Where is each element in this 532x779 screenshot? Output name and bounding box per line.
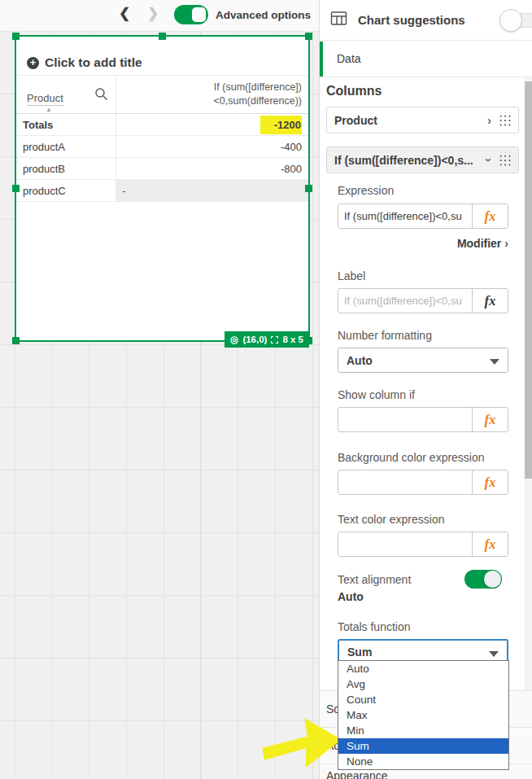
number-formatting-select[interactable]: Auto [338,348,508,373]
badge-coords: (16,0) [242,335,267,344]
resize-handle[interactable] [12,337,20,344]
chart-suggestions-toggle[interactable] [500,13,532,28]
column-header-measure[interactable]: If (sum([difference]) <0,sum(difference)… [116,76,308,114]
expression-properties: Expression fx Modifier› Label fx Number … [338,173,508,664]
size-icon [271,336,278,344]
cell-product[interactable]: productC [16,180,116,202]
totals-value: -1200 [116,114,308,136]
cell-value[interactable]: -400 [116,136,308,158]
scrollbar-track[interactable] [525,77,532,690]
text-alignment-value: Auto [338,590,508,603]
add-title-button[interactable]: + Click to add title [16,37,308,75]
tab-data[interactable]: Data [320,41,532,77]
table-visualization[interactable]: + Click to add title Product ▲ If (sum([… [15,35,310,342]
selection-position-badge: ◎ (16,0) 8 x 5 [225,331,309,348]
chart-suggestions-header: Chart suggestions [320,0,532,41]
number-formatting-label: Number formatting [338,329,508,342]
expression-input-group: fx [338,204,508,229]
properties-panel: Chart suggestions Data Columns Product ›… [319,0,532,779]
text-alignment-label: Text alignment [338,573,411,586]
background-color-input[interactable] [338,470,472,494]
dropdown-option-selected[interactable]: Sum [338,738,508,754]
background-color-label: Background color expression [338,451,508,464]
column-header-product[interactable]: Product ▲ [16,76,116,114]
modifier-link[interactable]: Modifier› [338,237,508,250]
sort-ascending-icon: ▲ [46,106,52,113]
measure-header-line2: <0,sum(difference)) [123,94,303,108]
forward-icon[interactable]: ❯ [147,5,159,22]
label-input[interactable] [338,289,472,313]
column-item-label: Product [334,114,377,127]
fx-text-color-button[interactable]: fx [472,532,508,556]
fx-background-color-button[interactable]: fx [472,470,508,494]
totals-function-dropdown: Auto Avg Count Max Min Sum None [338,660,509,770]
back-icon[interactable]: ❮ [119,5,130,22]
tab-data-label: Data [320,52,361,65]
toggle-knob [192,7,206,22]
resize-handle[interactable] [159,33,166,40]
dropdown-option[interactable]: None [338,754,508,769]
table-header-row: Product ▲ If (sum([difference]) <0,sum(d… [16,76,308,114]
toggle-knob [499,9,522,32]
totals-label: Totals [16,114,116,136]
label-input-group: fx [338,288,508,313]
dropdown-option[interactable]: Auto [338,661,508,676]
select-value: Auto [347,354,373,367]
chevron-right-icon: › [487,113,491,127]
totals-function-label: Totals function [338,620,508,633]
cell-value-null[interactable]: - [116,180,308,202]
column-header-label: Product [27,92,63,106]
yellow-highlight: -1200 [260,116,302,134]
dropdown-option[interactable]: Count [338,692,508,707]
totals-row: Totals -1200 [16,114,308,136]
column-item-expression[interactable]: If (sum([difference])<0,s... › [326,147,519,173]
table-grid-icon [330,10,347,30]
plus-icon: + [27,57,39,69]
cell-value[interactable]: -800 [116,158,308,180]
fx-label-button[interactable]: fx [472,289,508,313]
expression-label: Expression [338,184,508,197]
table-row[interactable]: productA -400 [16,136,308,158]
chevron-right-icon: › [504,237,508,250]
resize-handle[interactable] [305,33,312,40]
dropdown-option[interactable]: Min [338,723,508,738]
text-alignment-row: Text alignment [338,570,508,589]
show-column-if-label: Show column if [338,388,508,401]
cell-product[interactable]: productA [16,136,116,158]
chevron-down-icon: › [482,158,496,162]
advanced-options-label: Advanced options [216,9,311,21]
drag-handle-icon[interactable] [498,112,511,129]
modifier-label: Modifier [457,237,501,250]
caret-down-icon [489,651,499,657]
advanced-options-toggle[interactable] [174,5,208,24]
chart-suggestions-label: Chart suggestions [358,13,465,27]
background-color-group: fx [338,470,508,495]
badge-size: 8 x 5 [282,335,303,344]
fx-show-column-button[interactable]: fx [472,408,508,431]
cell-product[interactable]: productB [16,158,116,180]
resize-handle[interactable] [12,185,20,192]
caret-down-icon [490,359,499,365]
show-column-if-input[interactable] [338,408,472,431]
text-color-input[interactable] [338,532,472,556]
fx-expression-button[interactable]: fx [472,204,508,228]
label-field-label: Label [338,269,508,282]
dropdown-option[interactable]: Avg [338,676,508,692]
drag-handle-icon[interactable] [498,152,511,168]
table-title-placeholder: Click to add title [45,55,142,70]
text-alignment-toggle[interactable] [464,570,502,589]
table-row[interactable]: productB -800 [16,158,308,180]
data-table: Product ▲ If (sum([difference]) <0,sum(d… [16,75,308,202]
table-row[interactable]: productC - [16,180,308,202]
column-item-product[interactable]: Product › [326,107,519,133]
dropdown-option[interactable]: Max [338,707,508,723]
scrollbar-thumb[interactable] [525,81,532,479]
search-icon[interactable] [94,87,108,103]
expression-input[interactable] [338,204,472,228]
resize-handle[interactable] [305,185,312,192]
resize-handle[interactable] [12,33,20,40]
canvas-toolbar: ❮ ❯ Advanced options [0,0,319,31]
show-column-if-group: fx [338,407,508,432]
section-label: Appearance [326,769,388,779]
edit-grid-canvas[interactable]: ❮ ❯ Advanced options + Click to add titl… [0,0,319,779]
